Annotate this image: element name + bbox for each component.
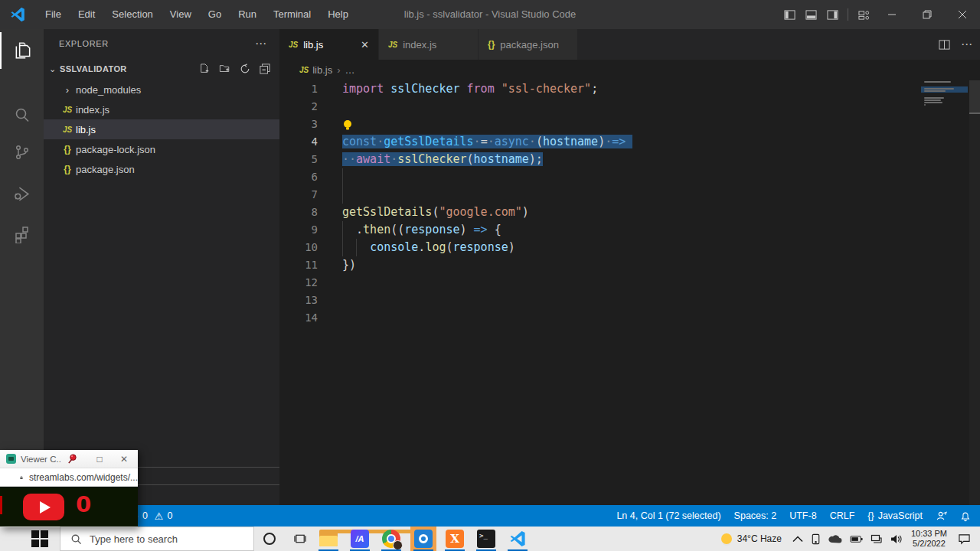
network-icon[interactable] bbox=[871, 534, 883, 544]
viewer-url[interactable]: streamlabs.com/widgets/... bbox=[29, 472, 138, 483]
line-content: console.log(response) bbox=[342, 239, 926, 256]
source-control-icon[interactable] bbox=[0, 134, 44, 171]
viewer-count: 0 bbox=[76, 491, 91, 517]
close-window-button[interactable] bbox=[945, 0, 980, 29]
onedrive-icon[interactable] bbox=[828, 534, 842, 543]
vscode-titlebar: FileEditSelectionViewGoRunTerminalHelp l… bbox=[0, 0, 980, 29]
breadcrumb[interactable]: JS lib.js › … bbox=[279, 60, 980, 80]
viewer-maximize-button[interactable]: □ bbox=[90, 454, 109, 465]
tab-package.json[interactable]: {}package.json bbox=[479, 29, 578, 60]
menu-go[interactable]: Go bbox=[200, 0, 230, 29]
tab-index.js[interactable]: JSindex.js bbox=[379, 29, 479, 60]
file-name: index.js bbox=[76, 104, 109, 116]
viewer-address-bar[interactable]: streamlabs.com/widgets/... bbox=[0, 468, 138, 487]
split-editor-icon[interactable] bbox=[939, 39, 950, 51]
taskbar-xampp[interactable]: X bbox=[442, 527, 468, 551]
code-token: ) bbox=[522, 205, 529, 219]
line-number: 11 bbox=[279, 256, 318, 274]
viewer-window[interactable]: Viewer C... □ ✕ streamlabs.com/widgets/.… bbox=[0, 450, 138, 527]
eol-sequence[interactable]: CRLF bbox=[830, 510, 855, 521]
battery-icon[interactable] bbox=[850, 535, 863, 543]
status-bar: ⊗ 0 ⚠ 0 Ln 4, Col 1 (72 selected) Spaces… bbox=[0, 505, 980, 527]
file-tree-item-node_modules[interactable]: ›node_modules bbox=[44, 80, 279, 99]
file-tree-item-lib.js[interactable]: JSlib.js bbox=[44, 119, 279, 139]
line-number: 3 bbox=[279, 116, 318, 133]
toggle-secondary-sidebar-icon[interactable] bbox=[822, 0, 843, 29]
tab-lib.js[interactable]: JSlib.js✕ bbox=[279, 29, 379, 60]
viewer-close-button[interactable]: ✕ bbox=[115, 454, 133, 465]
line-number: 6 bbox=[279, 168, 318, 186]
collapse-folders-icon[interactable] bbox=[260, 64, 270, 74]
breadcrumb-file[interactable]: lib.js bbox=[312, 64, 332, 76]
taskbar-clock[interactable]: 10:33 PM 5/2/2022 bbox=[911, 529, 947, 549]
minimap-line bbox=[924, 102, 942, 103]
taskbar-vscode[interactable] bbox=[505, 527, 531, 551]
taskbar-chrome[interactable] bbox=[378, 527, 404, 551]
menu-terminal[interactable]: Terminal bbox=[265, 0, 319, 29]
code-line: 2 bbox=[279, 98, 980, 116]
code-token: · bbox=[529, 135, 536, 148]
action-center-icon[interactable] bbox=[958, 533, 971, 545]
vscode-icon bbox=[508, 530, 527, 548]
file-tree-item-package-lock.json[interactable]: {}package-lock.json bbox=[44, 139, 279, 159]
menu-selection[interactable]: Selection bbox=[103, 0, 161, 29]
js-file-icon: JS bbox=[289, 41, 298, 49]
taskbar-terminal[interactable]: >_ bbox=[473, 527, 499, 551]
tray-chevron-up-icon[interactable] bbox=[792, 536, 803, 543]
editor[interactable]: JS lib.js › … 1import sslChecker from "s… bbox=[279, 60, 980, 505]
taskbar-file-explorer[interactable] bbox=[315, 527, 341, 551]
notifications-bell-icon[interactable] bbox=[960, 510, 971, 522]
encoding[interactable]: UTF-8 bbox=[789, 510, 816, 521]
language-mode[interactable]: {} JavaScript bbox=[867, 510, 923, 521]
code-area[interactable]: 1import sslChecker from "ssl-checker";23… bbox=[279, 80, 980, 327]
indentation[interactable]: Spaces: 2 bbox=[734, 510, 777, 521]
weather-widget[interactable]: 34°C Haze bbox=[721, 533, 782, 544]
line-content: }) bbox=[342, 256, 926, 274]
search-icon[interactable] bbox=[0, 96, 44, 133]
menu-view[interactable]: View bbox=[162, 0, 200, 29]
file-tree-item-index.js[interactable]: JSindex.js bbox=[44, 99, 279, 119]
code-token: ) bbox=[508, 240, 515, 254]
explorer-root-folder[interactable]: ⌄ SSLVALIDATOR bbox=[44, 60, 279, 78]
volume-icon[interactable] bbox=[890, 534, 902, 544]
run-debug-icon[interactable] bbox=[0, 175, 44, 212]
editor-scrollbar-thumb[interactable] bbox=[969, 80, 980, 114]
line-number: 8 bbox=[279, 204, 318, 221]
menu-run[interactable]: Run bbox=[230, 0, 265, 29]
your-phone-icon[interactable] bbox=[811, 533, 821, 545]
restore-button[interactable] bbox=[910, 0, 945, 29]
taskbar-app-slasha[interactable]: /A bbox=[347, 527, 373, 551]
editor-scrollbar[interactable] bbox=[969, 80, 980, 505]
breadcrumb-symbol[interactable]: … bbox=[345, 64, 355, 76]
minimap[interactable] bbox=[923, 80, 957, 126]
menu-edit[interactable]: Edit bbox=[70, 0, 103, 29]
menu-file[interactable]: File bbox=[37, 0, 70, 29]
new-folder-icon[interactable] bbox=[219, 64, 230, 74]
explorer-more-actions-icon[interactable]: ⋯ bbox=[255, 37, 267, 51]
taskbar-streamlabs-attention[interactable] bbox=[410, 527, 436, 551]
viewer-titlebar[interactable]: Viewer C... □ ✕ bbox=[0, 450, 138, 468]
minimize-button[interactable] bbox=[874, 0, 910, 29]
task-view-button[interactable] bbox=[285, 527, 315, 551]
js-file-icon: JS bbox=[59, 106, 76, 114]
explorer-icon[interactable] bbox=[0, 32, 44, 69]
editor-more-actions-icon[interactable]: ⋯ bbox=[961, 37, 972, 51]
start-button[interactable] bbox=[21, 527, 58, 551]
cortana-button[interactable] bbox=[254, 527, 285, 551]
menu-help[interactable]: Help bbox=[319, 0, 357, 29]
toggle-sidebar-icon[interactable] bbox=[779, 0, 800, 29]
extensions-icon[interactable] bbox=[0, 216, 44, 253]
customize-layout-icon[interactable] bbox=[853, 0, 874, 29]
refresh-icon[interactable] bbox=[240, 64, 250, 74]
file-tree-item-package.json[interactable]: {}package.json bbox=[44, 159, 279, 179]
feedback-icon[interactable] bbox=[936, 510, 947, 522]
cursor-position[interactable]: Ln 4, Col 1 (72 selected) bbox=[616, 510, 720, 521]
toggle-panel-icon[interactable] bbox=[800, 0, 822, 29]
new-file-icon[interactable] bbox=[199, 64, 210, 74]
close-tab-icon[interactable]: ✕ bbox=[348, 39, 369, 51]
taskbar-search-box[interactable]: Type here to search bbox=[60, 527, 254, 551]
line-content bbox=[342, 116, 926, 133]
error-count: 0 bbox=[142, 510, 148, 521]
search-icon bbox=[70, 533, 82, 545]
pin-icon[interactable] bbox=[67, 453, 78, 465]
